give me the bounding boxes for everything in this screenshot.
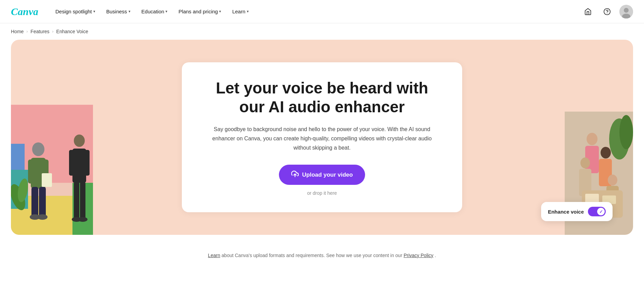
svg-point-6: [32, 142, 44, 156]
design-spotlight-label: Design spotlight: [55, 9, 92, 14]
nav-item-business[interactable]: Business ▾: [102, 6, 135, 17]
svg-rect-10: [31, 187, 38, 218]
check-icon: ✓: [599, 209, 603, 214]
hero-title: Let your voice be heard with our AI audi…: [202, 79, 442, 116]
upload-icon: [291, 170, 299, 179]
nav-right: [581, 5, 633, 18]
upload-video-button[interactable]: Upload your video: [279, 165, 365, 185]
upload-btn-label: Upload your video: [302, 171, 353, 178]
nav-item-learn[interactable]: Learn ▾: [228, 6, 253, 17]
svg-rect-20: [80, 182, 85, 219]
hero-section: Enhance voice ✓ Let your voice be heard …: [11, 40, 633, 235]
svg-point-27: [587, 133, 598, 145]
enhance-voice-label: Enhance voice: [548, 209, 584, 215]
svg-point-33: [608, 175, 617, 186]
svg-text:Canva: Canva: [11, 6, 38, 17]
svg-point-29: [601, 147, 611, 158]
nav-item-design-spotlight[interactable]: Design spotlight ▾: [51, 6, 99, 17]
svg-rect-18: [83, 150, 90, 176]
breadcrumb: Home › Features › Enhance Voice: [0, 23, 644, 40]
plant-icon: [11, 173, 31, 214]
toggle-knob: ✓: [597, 208, 605, 215]
footer-period: .: [435, 253, 436, 258]
canva-logo[interactable]: Canva: [11, 5, 42, 18]
svg-rect-19: [74, 182, 79, 219]
breadcrumb-sep-2: ›: [52, 29, 54, 34]
hero-card: Let your voice be heard with our AI audi…: [182, 62, 462, 213]
footer-note: Learn about Canva's upload formats and r…: [0, 246, 644, 265]
user-avatar[interactable]: [619, 5, 633, 18]
help-icon-button[interactable]: [600, 5, 614, 18]
design-spotlight-chevron-icon: ▾: [93, 9, 95, 14]
footer-note-text: about Canva's upload formats and require…: [222, 253, 404, 258]
business-chevron-icon: ▾: [129, 9, 131, 14]
breadcrumb-current: Enhance Voice: [56, 29, 88, 34]
plans-pricing-label: Plans and pricing: [178, 9, 218, 14]
svg-point-15: [74, 135, 85, 147]
svg-point-22: [78, 217, 88, 222]
navbar: Canva Design spotlight ▾ Business ▾ Educ…: [0, 0, 644, 23]
nav-item-plans-pricing[interactable]: Plans and pricing ▾: [174, 6, 225, 17]
breadcrumb-features[interactable]: Features: [30, 29, 49, 34]
hero-subtitle: Say goodbye to background noise and hell…: [209, 125, 435, 153]
svg-rect-11: [39, 187, 46, 218]
plans-pricing-chevron-icon: ▾: [219, 9, 221, 14]
svg-point-31: [580, 157, 590, 168]
nav-item-education[interactable]: Education ▾: [137, 6, 172, 17]
nav-left: Canva Design spotlight ▾ Business ▾ Educ…: [11, 5, 253, 18]
business-label: Business: [106, 9, 127, 14]
svg-point-13: [37, 214, 48, 220]
drop-text: or drop it here: [202, 190, 442, 196]
enhance-voice-toggle[interactable]: ✓: [588, 207, 606, 216]
svg-rect-14: [42, 173, 52, 187]
education-chevron-icon: ▾: [165, 9, 167, 14]
education-label: Education: [142, 9, 164, 14]
enhance-voice-badge: Enhance voice ✓: [541, 202, 613, 221]
hero-image-left: [11, 105, 93, 235]
person-silhouette-2: [66, 132, 93, 235]
svg-rect-17: [69, 150, 75, 176]
footer-privacy-link[interactable]: Privacy Policy: [404, 253, 433, 258]
learn-label: Learn: [232, 9, 245, 14]
svg-point-4: [624, 8, 629, 13]
breadcrumb-sep-1: ›: [26, 29, 28, 34]
breadcrumb-home[interactable]: Home: [11, 29, 24, 34]
learn-chevron-icon: ▾: [247, 9, 249, 14]
footer-learn-link[interactable]: Learn: [208, 253, 220, 258]
svg-point-26: [619, 115, 633, 149]
home-icon-button[interactable]: [581, 5, 595, 18]
